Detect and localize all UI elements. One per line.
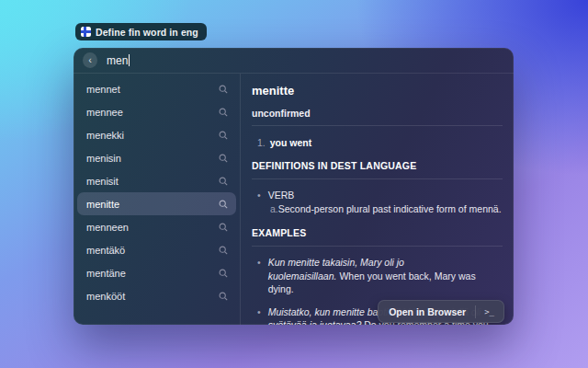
- enter-key-icon: >_: [475, 305, 497, 318]
- search-icon: [219, 292, 228, 301]
- divider: [252, 178, 503, 179]
- search-icon: [219, 223, 228, 232]
- bullet-icon: •: [257, 305, 261, 325]
- list-item-label: mennee: [86, 107, 123, 118]
- word-list: mennet mennee menekki menisin menisit me…: [74, 74, 241, 325]
- search-icon: [219, 108, 228, 117]
- definition: a.Second-person plural past indicative f…: [270, 202, 503, 215]
- translation-text: you went: [270, 137, 312, 148]
- list-item[interactable]: mennet: [77, 77, 236, 100]
- list-item[interactable]: menkööt: [77, 284, 236, 307]
- list-item[interactable]: mennee: [77, 100, 236, 123]
- list-item[interactable]: mentäne: [77, 261, 236, 284]
- detail-pane: menitte unconfirmed 1.you went DEFINITIO…: [241, 74, 514, 325]
- text-caret: [129, 54, 130, 66]
- list-item-label: mentäkö: [86, 245, 125, 256]
- example-text: Kun menitte takaisin, Mary oli jo kuolem…: [268, 256, 503, 295]
- launcher-window: ‹ men mennet mennee menekki menisin meni…: [74, 48, 514, 325]
- open-in-browser-button[interactable]: Open in Browser >_: [378, 300, 504, 323]
- list-item[interactable]: menisit: [77, 169, 236, 192]
- translation-item: 1.you went: [257, 137, 503, 148]
- list-item[interactable]: menneen: [77, 215, 236, 238]
- examples-header: EXAMPLES: [252, 227, 503, 238]
- search-icon: [219, 200, 228, 209]
- bullet-icon: •: [257, 190, 261, 201]
- list-item-label: menisit: [86, 176, 119, 187]
- list-item-label: menkööt: [86, 291, 125, 302]
- definitions-header: DEFINITIONS IN DEST LANGUAGE: [252, 160, 503, 171]
- search-icon: [219, 246, 228, 255]
- list-item-label: menitte: [86, 199, 119, 210]
- hotkey-badge[interactable]: Define fin word in eng: [75, 23, 207, 40]
- list-item[interactable]: menekki: [77, 123, 236, 146]
- back-button[interactable]: ‹: [83, 52, 97, 68]
- window-body: mennet mennee menekki menisin menisit me…: [74, 74, 514, 325]
- part-of-speech-label: VERB: [268, 190, 295, 201]
- chevron-left-icon: ‹: [88, 55, 92, 65]
- search-icon: [219, 85, 228, 94]
- search-icon: [219, 177, 228, 186]
- list-item-label: mennet: [86, 84, 120, 95]
- detail-title: menitte: [252, 84, 503, 98]
- finnish-flag-icon: [81, 27, 91, 37]
- part-of-speech: •VERB: [257, 190, 503, 201]
- definition-text: Second-person plural past indicative for…: [278, 203, 502, 214]
- list-item-label: menneen: [86, 222, 129, 233]
- search-input-value: men: [107, 54, 128, 67]
- search-icon: [219, 269, 228, 278]
- list-item-label: menisin: [86, 153, 121, 164]
- example-item: • Kun menitte takaisin, Mary oli jo kuol…: [257, 256, 503, 295]
- search-input[interactable]: men: [107, 54, 130, 67]
- search-bar: ‹ men: [74, 48, 514, 74]
- search-icon: [219, 154, 228, 163]
- divider: [252, 125, 503, 126]
- divider: [252, 246, 503, 247]
- list-item-selected[interactable]: menitte: [77, 192, 236, 215]
- definition-letter: a.: [270, 203, 278, 214]
- translation-number: 1.: [257, 137, 266, 148]
- list-item[interactable]: mentäkö: [77, 238, 236, 261]
- desktop: { "hotkey_badge": { "label": "Define fin…: [0, 0, 588, 368]
- bullet-icon: •: [257, 256, 261, 295]
- list-item-label: mentäne: [86, 268, 126, 279]
- list-item-label: menekki: [86, 130, 124, 141]
- hotkey-badge-label: Define fin word in eng: [96, 27, 198, 38]
- list-item[interactable]: menisin: [77, 146, 236, 169]
- detail-status: unconfirmed: [252, 108, 503, 119]
- open-in-browser-label: Open in Browser: [389, 306, 475, 317]
- search-icon: [219, 131, 228, 140]
